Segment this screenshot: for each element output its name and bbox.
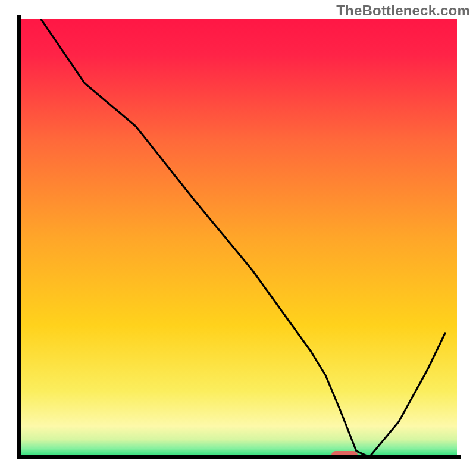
chart-frame: { "watermark": "TheBottleneck.com", "cha… (0, 0, 476, 476)
plot-background (19, 19, 457, 457)
watermark-text: TheBottleneck.com (336, 2, 470, 19)
bottleneck-chart (0, 0, 476, 476)
